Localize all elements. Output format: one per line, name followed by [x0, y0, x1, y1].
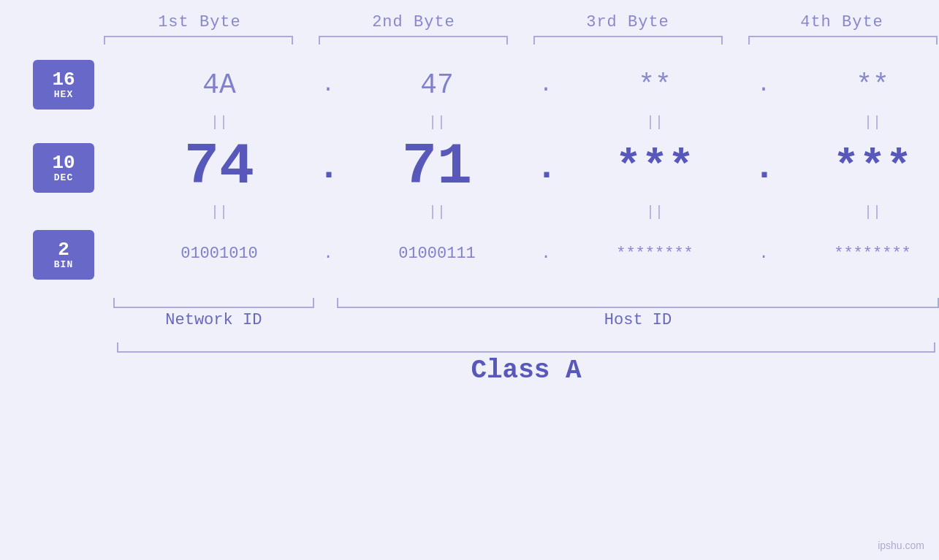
eq2-b2: || [338, 204, 536, 220]
host-id-bracket [337, 298, 939, 308]
dec-row: 74 . 71 . *** . *** [121, 131, 939, 204]
dec-b3-cell: *** [556, 145, 753, 189]
dec-dot2: . [536, 147, 556, 188]
hex-dot2: . [536, 72, 556, 97]
class-label-row: Class A [0, 356, 939, 386]
eq2-b1: || [121, 204, 318, 220]
main-data-area: 16 HEX 10 DEC 2 BIN [0, 52, 939, 288]
class-bracket [117, 342, 935, 353]
dec-b1-cell: 74 [121, 138, 318, 196]
hex-b1-cell: 4A [121, 69, 318, 101]
host-id-label: Host ID [337, 311, 939, 329]
main-container: 1st Byte 2nd Byte 3rd Byte 4th Byte 16 [0, 0, 939, 560]
bin-badge: 2 BIN [33, 230, 94, 280]
bin-dot2: . [536, 245, 556, 263]
dec-b4-cell: *** [774, 145, 939, 189]
bin-b4-cell: ******** [774, 245, 939, 263]
hex-b4-cell: ** [774, 69, 939, 101]
bin-b1-cell: 01001010 [121, 245, 318, 263]
byte2-header: 2nd Byte [316, 13, 511, 31]
base-labels: 16 HEX 10 DEC 2 BIN [33, 52, 121, 288]
byte1-header: 1st Byte [102, 13, 297, 31]
dec-b2-cell: 71 [338, 138, 536, 196]
bin-dot1: . [318, 245, 338, 263]
bin-b3-cell: ******** [556, 245, 753, 263]
bin-row: 01001010 . 01000111 . ******** . [121, 220, 939, 286]
eq1-b3: || [556, 114, 753, 131]
hex-b2-cell: 47 [338, 69, 536, 101]
class-bracket-wrapper [117, 342, 935, 353]
bin-dot3: . [753, 245, 774, 263]
dec-badge: 10 DEC [33, 143, 94, 193]
bracket-byte2 [319, 36, 508, 45]
hex-dot3: . [753, 72, 774, 97]
dec-dot1: . [318, 147, 338, 188]
eq1-b2: || [338, 114, 536, 131]
byte-headers: 1st Byte 2nd Byte 3rd Byte 4th Byte [0, 13, 939, 31]
bracket-byte4 [748, 36, 938, 45]
eq2-b3: || [556, 204, 753, 220]
bracket-byte1 [104, 36, 293, 45]
eq1-b4: || [774, 114, 939, 131]
hex-row: 4A . 47 . ** . ** [121, 55, 939, 114]
network-id-label: Network ID [113, 311, 314, 329]
bracket-byte3 [533, 36, 723, 45]
hex-dot1: . [318, 72, 338, 97]
hex-b3-cell: ** [556, 69, 753, 101]
network-id-bracket [113, 298, 314, 308]
dec-dot3: . [753, 147, 774, 188]
watermark: ipshu.com [878, 540, 924, 551]
eq2-b4: || [774, 204, 939, 220]
equals-row-2: || || || || [121, 204, 939, 220]
byte4-header: 4th Byte [745, 13, 939, 31]
eq1-b1: || [121, 114, 318, 131]
class-label: Class A [113, 356, 939, 386]
data-rows: 4A . 47 . ** . ** [121, 52, 939, 288]
top-brackets [0, 36, 939, 45]
bin-b2-cell: 01000111 [338, 245, 536, 263]
byte3-header: 3rd Byte [531, 13, 725, 31]
id-label-row: Network ID Host ID [0, 311, 939, 329]
bottom-bracket-row [0, 298, 939, 308]
equals-row-1: || || || || [121, 114, 939, 131]
hex-badge: 16 HEX [33, 60, 94, 110]
